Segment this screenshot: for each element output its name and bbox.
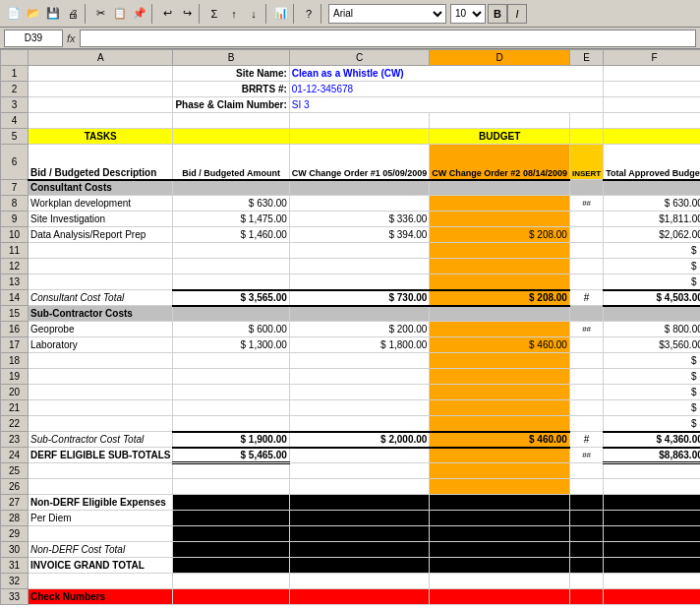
cell-f3[interactable] (604, 97, 700, 113)
paste-icon[interactable]: 📌 (131, 5, 148, 23)
cell-c24[interactable] (289, 448, 430, 463)
cell-f24[interactable]: $8,863.00 (604, 448, 700, 463)
cell-b9[interactable]: $ 1,475.00 (173, 212, 289, 227)
cell-a15[interactable]: Sub-Contractor Costs (29, 306, 173, 322)
new-icon[interactable]: 📄 (5, 5, 23, 23)
cell-b13[interactable] (173, 274, 289, 290)
cell-c3[interactable]: SI 3 (289, 97, 603, 113)
cell-c9[interactable]: $ 336.00 (289, 212, 430, 227)
cell-f16[interactable]: $ 800.00 (604, 322, 700, 337)
col-a-header[interactable]: A (29, 50, 173, 66)
cell-a3[interactable] (29, 97, 173, 113)
cell-d11[interactable] (430, 243, 570, 259)
cell-b1[interactable]: Site Name: (173, 66, 289, 82)
cell-a24[interactable]: DERF ELIGIBLE SUB-TOTALS (29, 448, 173, 463)
cell-f14[interactable]: $ 4,503.00 (604, 290, 700, 306)
cell-c1[interactable]: Clean as a Whistle (CW) (289, 66, 603, 82)
cell-a23[interactable]: Sub-Contractor Cost Total (29, 432, 173, 448)
cell-e7[interactable] (569, 180, 603, 196)
cell-e16[interactable]: ## (569, 322, 603, 337)
cell-e6[interactable]: INSERT (569, 145, 603, 180)
cell-a16[interactable]: Geoprobe (29, 322, 173, 337)
name-box[interactable] (4, 30, 63, 47)
redo-icon[interactable]: ↪ (178, 5, 196, 23)
font-select[interactable]: Arial (328, 4, 446, 24)
cell-c14[interactable]: $ 730.00 (289, 290, 430, 306)
cell-f17[interactable]: $3,560.00 (604, 337, 700, 353)
cell-f10[interactable]: $2,062.00 (604, 227, 700, 243)
cell-c15[interactable] (289, 306, 430, 322)
cell-f9[interactable]: $1,811.00 (604, 212, 700, 227)
cell-d8[interactable] (430, 196, 570, 212)
cell-a28[interactable]: Per Diem (29, 511, 173, 526)
cell-c6[interactable]: CW Change Order #1 05/09/2009 (289, 145, 430, 180)
cell-b15[interactable] (173, 306, 289, 322)
cell-e23[interactable]: # (569, 432, 603, 448)
cell-a27[interactable]: Non-DERF Eligible Expenses (29, 495, 173, 511)
help-icon[interactable]: ? (300, 5, 318, 23)
cell-d23[interactable]: $ 460.00 (430, 432, 570, 448)
cell-e10[interactable] (569, 227, 603, 243)
cell-c13[interactable] (289, 274, 430, 290)
cell-d17[interactable]: $ 460.00 (430, 337, 570, 353)
cell-d14[interactable]: $ 208.00 (430, 290, 570, 306)
cell-e15[interactable] (569, 306, 603, 322)
open-icon[interactable]: 📂 (25, 5, 42, 23)
col-b-header[interactable]: B (173, 50, 289, 66)
cell-f4[interactable] (604, 113, 700, 129)
cell-b11[interactable] (173, 243, 289, 259)
print-icon[interactable]: 🖨 (64, 5, 82, 23)
cell-b6[interactable]: Bid / Budgeted Amount (173, 145, 289, 180)
cell-f1[interactable] (604, 66, 700, 82)
cell-d12[interactable] (430, 259, 570, 274)
cell-a6[interactable]: Bid / Budgeted Description (29, 145, 173, 180)
cell-d24[interactable] (430, 448, 570, 463)
cell-e13[interactable] (569, 274, 603, 290)
cell-a4[interactable] (29, 113, 173, 129)
cell-c11[interactable] (289, 243, 430, 259)
cell-d13[interactable] (430, 274, 570, 290)
save-icon[interactable]: 💾 (44, 5, 62, 23)
cell-f12[interactable]: $ - (604, 259, 700, 274)
formula-input[interactable] (80, 30, 696, 47)
cell-c12[interactable] (289, 259, 430, 274)
cell-b10[interactable]: $ 1,460.00 (173, 227, 289, 243)
sort-asc-icon[interactable]: ↑ (225, 5, 243, 23)
copy-icon[interactable]: 📋 (111, 5, 129, 23)
cell-a5[interactable]: TASKS (29, 129, 173, 145)
cell-c17[interactable]: $ 1,800.00 (289, 337, 430, 353)
cell-a13[interactable] (29, 274, 173, 290)
cell-c4[interactable] (289, 113, 430, 129)
cell-f7[interactable] (604, 180, 700, 196)
cell-d4[interactable] (430, 113, 570, 129)
cell-b5[interactable] (173, 129, 289, 145)
cell-f6[interactable]: Total Approved Budget (604, 145, 700, 180)
cell-a10[interactable]: Data Analysis/Report Prep (29, 227, 173, 243)
italic-button[interactable]: I (507, 4, 527, 24)
cell-f8[interactable]: $ 630.00 (604, 196, 700, 212)
cell-a11[interactable] (29, 243, 173, 259)
cell-f13[interactable]: $ - (604, 274, 700, 290)
cell-e4[interactable] (569, 113, 603, 129)
cell-a14[interactable]: Consultant Cost Total (29, 290, 173, 306)
font-size-select[interactable]: 10 (450, 4, 486, 24)
cut-icon[interactable]: ✂ (91, 5, 109, 23)
cell-d5[interactable]: BUDGET (430, 129, 570, 145)
cell-b4[interactable] (173, 113, 289, 129)
cell-a12[interactable] (29, 259, 173, 274)
cell-b12[interactable] (173, 259, 289, 274)
cell-a9[interactable]: Site Investigation (29, 212, 173, 227)
cell-b24[interactable]: $ 5,465.00 (173, 448, 289, 463)
cell-f2[interactable] (604, 82, 700, 97)
cell-b14[interactable]: $ 3,565.00 (173, 290, 289, 306)
cell-e5[interactable] (569, 129, 603, 145)
cell-a1[interactable] (29, 66, 173, 82)
cell-c2[interactable]: 01-12-345678 (289, 82, 603, 97)
cell-b7[interactable] (173, 180, 289, 196)
cell-f11[interactable]: $ - (604, 243, 700, 259)
cell-e14[interactable]: # (569, 290, 603, 306)
cell-e9[interactable] (569, 212, 603, 227)
cell-e24[interactable]: ## (569, 448, 603, 463)
cell-d7[interactable] (430, 180, 570, 196)
cell-f15[interactable] (604, 306, 700, 322)
